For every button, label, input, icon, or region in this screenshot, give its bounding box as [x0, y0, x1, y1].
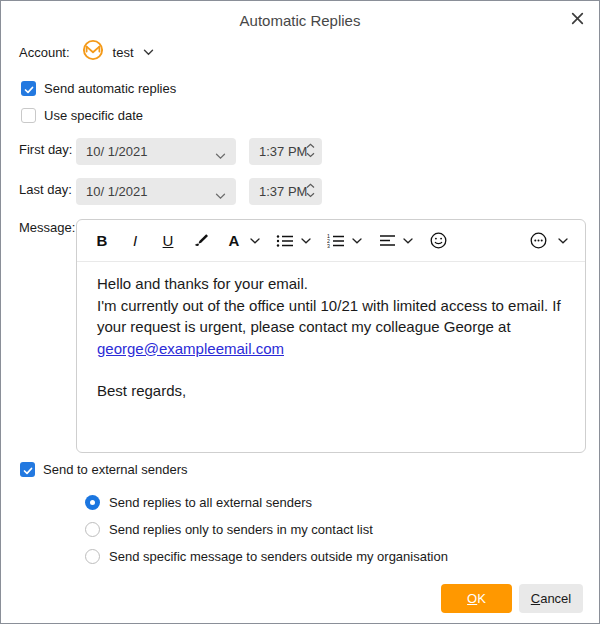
cancel-button-rest: ancel	[540, 591, 571, 606]
send-to-external-senders-checkbox[interactable]	[20, 462, 35, 477]
send-to-external-senders-label[interactable]: Send to external senders	[43, 462, 188, 477]
chevron-down-icon	[306, 152, 315, 158]
first-day-label: First day:	[19, 142, 72, 157]
ok-button-rest: K	[477, 591, 486, 606]
cancel-button[interactable]: Cancel	[519, 584, 583, 613]
last-day-date-select[interactable]: 10/ 1/2021	[76, 178, 236, 205]
first-day-time-value: 1:37 PM	[259, 144, 307, 159]
svg-text:3: 3	[327, 243, 330, 248]
font-color-button[interactable]: A	[225, 229, 243, 253]
underline-button[interactable]: U	[159, 229, 177, 253]
font-color-chevron-down-icon[interactable]	[249, 229, 261, 253]
account-label: Account:	[19, 45, 70, 60]
editor-toolbar: B I U A	[77, 220, 585, 262]
chevron-up-icon	[306, 183, 315, 189]
smiley-icon	[430, 232, 447, 249]
use-specific-date-label[interactable]: Use specific date	[44, 108, 143, 123]
first-day-date-value: 10/ 1/2021	[86, 144, 147, 159]
message-paragraph: I'm currently out of the office until 10…	[97, 295, 565, 360]
radio-row-specific-message: Send specific message to senders outside…	[85, 549, 448, 564]
bold-button[interactable]: B	[93, 229, 111, 253]
checkmark-icon	[24, 80, 34, 98]
last-day-chevron-down-icon	[215, 188, 226, 203]
send-automatic-replies-label[interactable]: Send automatic replies	[44, 81, 176, 96]
message-closing: Best regards,	[97, 380, 565, 402]
radio-contact-list-only[interactable]	[85, 522, 100, 537]
dialog-title: Automatic Replies	[1, 12, 599, 29]
radio-all-external-senders-label[interactable]: Send replies to all external senders	[109, 495, 312, 510]
radio-contact-list-only-label[interactable]: Send replies only to senders in my conta…	[109, 522, 373, 537]
radio-dot	[90, 500, 95, 505]
first-day-date-select[interactable]: 10/ 1/2021	[76, 138, 236, 165]
last-day-row: Last day:	[19, 182, 72, 197]
use-specific-date-checkbox[interactable]	[21, 108, 36, 123]
emclient-envelope-icon	[82, 39, 104, 65]
send-automatic-replies-row: Send automatic replies	[21, 81, 176, 96]
last-day-date-value: 10/ 1/2021	[86, 184, 147, 199]
ok-button[interactable]: OK	[441, 584, 512, 613]
first-day-time-spinner[interactable]: 1:37 PM	[249, 138, 322, 165]
close-icon	[571, 11, 584, 29]
bullet-list-chevron-down-icon[interactable]	[300, 229, 312, 253]
message-label: Message:	[19, 220, 75, 235]
close-button[interactable]	[568, 11, 586, 29]
italic-button[interactable]: I	[126, 229, 144, 253]
account-selector[interactable]	[82, 39, 104, 65]
align-chevron-down-icon[interactable]	[402, 229, 414, 253]
chevron-up-icon	[306, 143, 315, 149]
message-editor: B I U A	[76, 219, 586, 453]
message-line-1: Hello and thanks for your email.	[97, 273, 565, 295]
automatic-replies-dialog: Automatic Replies Account: test	[0, 0, 600, 624]
emoji-button[interactable]	[429, 229, 447, 253]
first-day-row: First day:	[19, 142, 72, 157]
radio-row-all-external: Send replies to all external senders	[85, 495, 312, 510]
bullet-list-icon	[276, 234, 294, 248]
numbered-list-button[interactable]: 1 2 3	[327, 229, 345, 253]
more-options-icon	[530, 232, 547, 249]
account-name[interactable]: test	[113, 45, 134, 60]
account-chevron-down-icon[interactable]	[143, 49, 154, 56]
align-button[interactable]	[378, 229, 396, 253]
more-options-chevron-down-icon[interactable]	[557, 229, 569, 253]
checkmark-icon	[23, 461, 33, 479]
radio-specific-message-label[interactable]: Send specific message to senders outside…	[109, 549, 448, 564]
chevron-down-icon	[306, 192, 315, 198]
account-row: Account: test	[19, 40, 154, 64]
colleague-email-link[interactable]: george@exampleemail.com	[97, 340, 284, 357]
message-row: Message:	[19, 220, 75, 235]
align-left-icon	[379, 234, 396, 247]
radio-row-contact-list: Send replies only to senders in my conta…	[85, 522, 373, 537]
last-day-spinner-arrows[interactable]	[306, 183, 315, 198]
cancel-button-accesskey: C	[531, 591, 540, 606]
more-options-button[interactable]	[529, 229, 547, 253]
last-day-time-value: 1:37 PM	[259, 184, 307, 199]
last-day-label: Last day:	[19, 182, 72, 197]
send-to-external-senders-row: Send to external senders	[20, 462, 188, 477]
first-day-spinner-arrows[interactable]	[306, 143, 315, 158]
last-day-time-spinner[interactable]: 1:37 PM	[249, 178, 322, 205]
message-body[interactable]: Hello and thanks for your email. I'm cur…	[77, 262, 585, 413]
send-automatic-replies-checkbox[interactable]	[21, 81, 36, 96]
ok-button-accesskey: O	[467, 591, 477, 606]
radio-specific-message[interactable]	[85, 549, 100, 564]
numbered-list-icon: 1 2 3	[327, 234, 345, 248]
numbered-list-chevron-down-icon[interactable]	[351, 229, 363, 253]
format-painter-icon	[194, 233, 209, 248]
first-day-chevron-down-icon	[215, 148, 226, 163]
message-body-text: I'm currently out of the office until 10…	[97, 297, 561, 336]
radio-all-external-senders[interactable]	[85, 495, 100, 510]
format-painter-button[interactable]	[192, 229, 210, 253]
use-specific-date-row: Use specific date	[21, 108, 143, 123]
bullet-list-button[interactable]	[276, 229, 294, 253]
